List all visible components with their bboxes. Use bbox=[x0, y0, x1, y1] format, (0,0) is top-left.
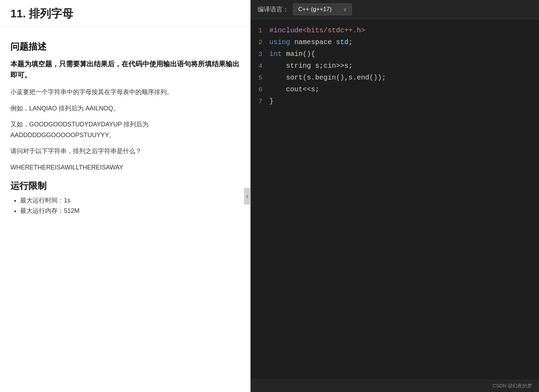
line-content-1: #include<bits/stdc++.h> bbox=[269, 25, 365, 36]
problem-title: 11. 排列字母 bbox=[10, 6, 239, 22]
line-content-3: int main(){ bbox=[269, 49, 315, 60]
code-editor-body[interactable]: 1 #include<bits/stdc++.h> 2 using namesp… bbox=[251, 19, 539, 380]
problem-input-string: WHERETHEREISAWILLTHEREISAWAY bbox=[10, 162, 239, 173]
lang-label: 编译语言： bbox=[258, 5, 289, 14]
lang-value: C++ (g++17) bbox=[298, 6, 331, 13]
code-line-1: 1 #include<bits/stdc++.h> bbox=[251, 25, 539, 36]
language-selector[interactable]: C++ (g++17) ∨ bbox=[293, 3, 352, 15]
line-number-3: 3 bbox=[251, 49, 269, 59]
line-number-2: 2 bbox=[251, 37, 269, 48]
line-content-7: } bbox=[269, 96, 273, 107]
line-number-1: 1 bbox=[251, 25, 269, 36]
section-problem-desc: 问题描述 bbox=[10, 41, 239, 53]
problem-para1: 小蓝要把一个字符串中的字母按其在字母表中的顺序排列。 bbox=[10, 87, 239, 98]
line-content-2: using namespace std; bbox=[269, 37, 353, 48]
line-content-5: sort(s.begin(),s.end()); bbox=[269, 72, 386, 83]
code-line-5: 5 sort(s.begin(),s.end()); bbox=[251, 72, 539, 84]
code-line-3: 3 int main(){ bbox=[251, 48, 539, 60]
line-content-6: cout<<s; bbox=[269, 84, 319, 95]
constraint-time: 最大运行时间：1s bbox=[20, 196, 239, 205]
code-line-4: 4 string s;cin>>s; bbox=[251, 60, 539, 72]
line-number-4: 4 bbox=[251, 61, 269, 71]
left-panel: 11. 排列字母 问题描述 本题为填空题，只需要算出结果后，在代码中使用输出语句… bbox=[0, 0, 250, 392]
code-editor-header: 编译语言： C++ (g++17) ∨ bbox=[251, 0, 539, 19]
line-number-5: 5 bbox=[251, 73, 269, 83]
chevron-down-icon: ∨ bbox=[343, 7, 347, 12]
code-line-2: 2 using namespace std; bbox=[251, 36, 539, 48]
right-panel: 编译语言： C++ (g++17) ∨ 1 #include<bits/stdc… bbox=[251, 0, 539, 392]
constraint-memory: 最大运行内存：512M bbox=[20, 207, 239, 215]
problem-header: 11. 排列字母 bbox=[0, 0, 250, 27]
problem-para4: 请问对于以下字符串，排列之后字符串是什么？ bbox=[10, 146, 239, 157]
constraints-list: 最大运行时间：1s 最大运行内存：512M bbox=[10, 196, 239, 215]
fill-blank-notice: 本题为填空题，只需要算出结果后，在代码中使用输出语句将所填结果输出即可。 bbox=[10, 58, 239, 81]
problem-content[interactable]: 问题描述 本题为填空题，只需要算出结果后，在代码中使用输出语句将所填结果输出即可… bbox=[0, 27, 250, 392]
code-line-6: 6 cout<<s; bbox=[251, 84, 539, 95]
code-line-7: 7 } bbox=[251, 95, 539, 107]
problem-para3: 又如，GOODGOODSTUDYDAYDAYUP 排列后为 AADDDDDGGO… bbox=[10, 119, 239, 140]
collapse-handle[interactable] bbox=[244, 188, 250, 205]
problem-para2: 例如，LANQIAO 排列后为 AAILNOQ。 bbox=[10, 103, 239, 114]
line-number-7: 7 bbox=[251, 96, 269, 107]
constraints-title: 运行限制 bbox=[10, 180, 239, 192]
line-number-6: 6 bbox=[251, 84, 269, 95]
line-content-4: string s;cin>>s; bbox=[269, 60, 353, 72]
code-footer: CSDN @幻夜的梦 bbox=[251, 380, 539, 392]
credit-text: CSDN @幻夜的梦 bbox=[492, 383, 532, 389]
